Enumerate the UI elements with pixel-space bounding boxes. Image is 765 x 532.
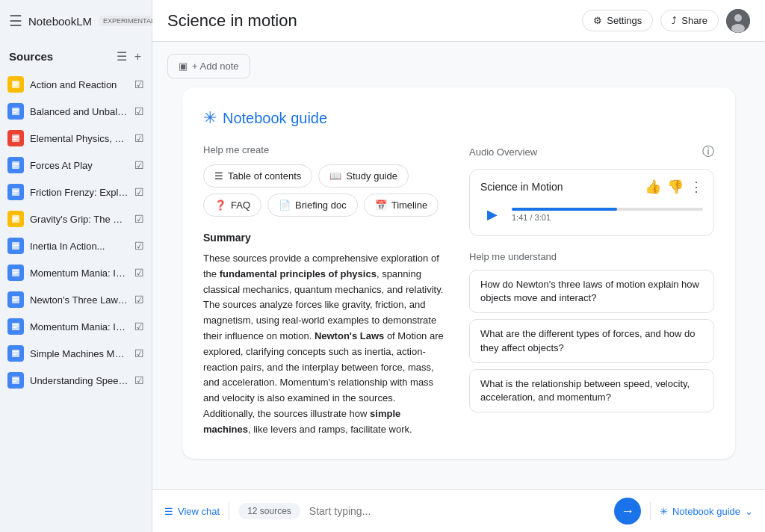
source-checkbox[interactable]: ☑ [134, 159, 144, 171]
info-icon[interactable]: ⓘ [702, 144, 714, 160]
source-checkbox[interactable]: ☑ [134, 267, 144, 279]
notebook-guide-title: Notebook guide [223, 110, 327, 127]
list-item[interactable]: Forces At Play☑ [0, 152, 152, 179]
source-checkbox[interactable]: ☑ [134, 78, 144, 90]
time-current: 1:41 [512, 213, 527, 222]
guide-btn-brief[interactable]: 📄Briefing doc [267, 194, 358, 217]
add-note-button[interactable]: ▣ + Add note [167, 54, 250, 78]
sources-actions: ☰ + [115, 48, 143, 65]
play-button[interactable]: ▶ [480, 202, 504, 226]
divider [229, 502, 229, 520]
guide-btn-timeline[interactable]: 📅Timeline [364, 194, 439, 217]
svg-rect-33 [13, 297, 19, 298]
list-item[interactable]: Simple Machines Make...☑ [0, 340, 152, 367]
source-checkbox[interactable]: ☑ [134, 132, 144, 144]
source-name: Action and Reaction [30, 79, 128, 90]
source-icon [7, 184, 24, 200]
svg-rect-17 [13, 190, 19, 191]
svg-rect-21 [13, 217, 19, 217]
progress-bar[interactable]: 1:41 / 3:01 [512, 208, 703, 222]
svg-rect-6 [13, 111, 19, 111]
list-item[interactable]: What are the different types of forces, … [469, 319, 714, 362]
share-button[interactable]: ⤴ Share [660, 10, 719, 31]
main-content: Science in motion ⚙ Settings ⤴ Share [152, 0, 765, 532]
source-name: Newton's Three Laws... [30, 294, 128, 306]
chat-input[interactable] [309, 505, 605, 517]
source-checkbox[interactable]: ☑ [134, 321, 144, 332]
menu-icon[interactable]: ☰ [9, 12, 22, 30]
chevron-down-icon: ⌄ [745, 506, 753, 517]
svg-rect-27 [13, 247, 16, 247]
more-options-button[interactable]: ⋮ [690, 179, 703, 195]
brief-icon: 📄 [279, 200, 291, 211]
svg-rect-47 [13, 381, 16, 382]
svg-rect-14 [13, 164, 19, 165]
source-checkbox[interactable]: ☑ [134, 374, 144, 386]
bottom-bar: ☰ View chat 12 sources → ✳ Notebook guid… [152, 489, 765, 532]
source-checkbox[interactable]: ☑ [134, 240, 144, 252]
svg-rect-42 [13, 353, 19, 353]
svg-rect-19 [13, 193, 16, 194]
guide-buttons-grid: ☰Table of contents📖Study guide❓FAQ📄Brief… [203, 164, 448, 217]
help-questions-list: How do Newton's three laws of motion exp… [469, 270, 714, 412]
source-checkbox[interactable]: ☑ [134, 347, 144, 359]
svg-rect-39 [13, 327, 16, 328]
list-item[interactable]: Momentum Mania: Inves...☑ [0, 259, 152, 286]
list-item[interactable]: Action and Reaction☑ [0, 71, 152, 98]
list-item[interactable]: Momentum Mania: Inves...☑ [0, 313, 152, 340]
add-source-icon[interactable]: + [133, 48, 143, 65]
source-checkbox[interactable]: ☑ [134, 294, 144, 306]
chat-icon: ☰ [164, 506, 173, 517]
view-chat-button[interactable]: ☰ View chat [164, 506, 220, 517]
list-item[interactable]: Friction Frenzy: Explorin...☑ [0, 179, 152, 205]
guide-btn-toc[interactable]: ☰Table of contents [203, 164, 312, 188]
guide-btn-study[interactable]: 📖Study guide [318, 164, 409, 188]
share-label: Share [681, 15, 707, 26]
list-item[interactable]: How do Newton's three laws of motion exp… [469, 270, 714, 313]
svg-rect-37 [13, 324, 19, 325]
list-item[interactable]: Newton's Three Laws...☑ [0, 286, 152, 313]
settings-label: Settings [607, 15, 642, 26]
filter-icon[interactable]: ☰ [115, 48, 128, 65]
svg-rect-2 [13, 84, 19, 84]
experimental-badge: EXPERIMENTAL [99, 16, 158, 26]
svg-rect-10 [13, 137, 19, 138]
source-name: Balanced and Unbalanc... [30, 106, 128, 117]
time-label: 1:41 / 3:01 [512, 213, 703, 222]
view-chat-label: View chat [178, 506, 220, 517]
svg-rect-34 [13, 299, 19, 300]
svg-rect-25 [13, 244, 19, 244]
list-item[interactable]: What is the relationship between speed, … [469, 369, 714, 412]
source-name: Momentum Mania: Inves... [30, 267, 128, 279]
guide-btn-faq[interactable]: ❓FAQ [203, 194, 261, 217]
source-checkbox[interactable]: ☑ [134, 105, 144, 117]
send-button[interactable]: → [614, 498, 641, 525]
source-name: Forces At Play [30, 160, 128, 171]
svg-rect-5 [13, 109, 19, 110]
source-name: Momentum Mania: Inves... [30, 321, 128, 332]
sources-header: Sources ☰ + [0, 42, 152, 69]
notebook-guide-button[interactable]: ✳ Notebook guide ⌄ [660, 506, 753, 517]
list-item[interactable]: Elemental Physics, Third...☑ [0, 125, 152, 152]
summary-title: Summary [203, 232, 448, 244]
list-item[interactable]: Understanding Speed, Ve...☑ [0, 367, 152, 394]
help-understand-section: Help me understand How do Newton's three… [469, 251, 714, 412]
note-icon: ▣ [179, 61, 188, 72]
audio-overview: Audio Overview ⓘ Science in Motion 👍 👎 [469, 144, 714, 236]
progress-bar-background [512, 208, 703, 211]
audio-track-title: Science in Motion [480, 181, 563, 193]
thumbs-down-button[interactable]: 👎 [667, 179, 684, 195]
avatar[interactable] [726, 9, 750, 33]
source-checkbox[interactable]: ☑ [134, 213, 144, 225]
asterisk-icon: ✳ [203, 108, 217, 128]
source-icon [7, 318, 24, 335]
thumbs-up-button[interactable]: 👍 [645, 179, 661, 195]
source-icon [7, 103, 24, 120]
source-checkbox[interactable]: ☑ [134, 186, 144, 198]
svg-rect-7 [13, 112, 16, 113]
svg-rect-3 [13, 85, 16, 86]
list-item[interactable]: Balanced and Unbalanc...☑ [0, 98, 152, 125]
list-item[interactable]: Gravity's Grip: The Force...☑ [0, 205, 152, 232]
settings-button[interactable]: ⚙ Settings [582, 10, 653, 31]
list-item[interactable]: Inertia In Action...☑ [0, 232, 152, 259]
